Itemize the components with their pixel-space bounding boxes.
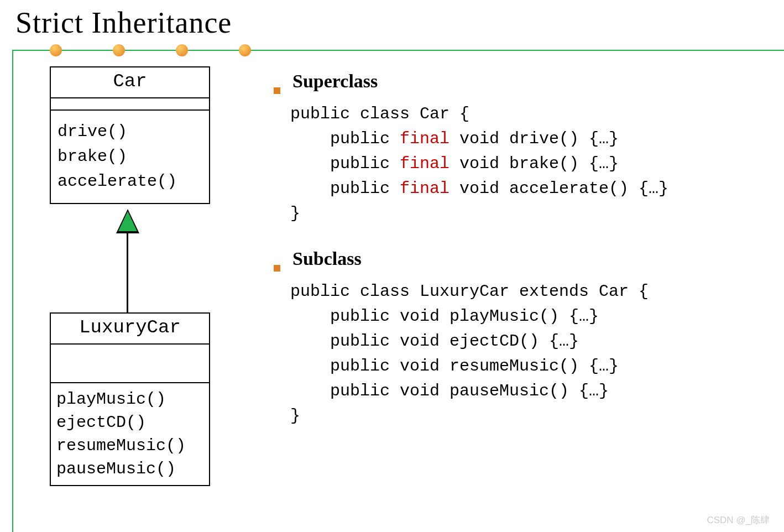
code-line: public void ejectCD() {…} xyxy=(290,332,579,351)
heading-subclass: Subclass xyxy=(292,248,362,269)
decor-dot-icon xyxy=(176,44,188,56)
uml-method: playMusic() xyxy=(56,388,203,411)
code-line: public class Car { xyxy=(290,105,469,123)
code-text: void accelerate() {…} xyxy=(450,179,668,198)
uml-method: pauseMusic() xyxy=(56,457,203,481)
decor-vertical-line xyxy=(12,50,13,532)
code-text: public xyxy=(290,154,400,173)
code-text: public xyxy=(290,179,400,198)
code-line: } xyxy=(290,204,300,223)
decor-horizontal-line xyxy=(12,50,784,51)
watermark: CSDN @_陈肆 xyxy=(707,514,770,526)
decor-dot-icon xyxy=(50,44,62,56)
uml-class-car: Car drive() brake() accelerate() xyxy=(50,66,210,204)
code-line: public void playMusic() {…} xyxy=(290,307,599,326)
uml-class-luxurycar: LuxuryCar playMusic() ejectCD() resumeMu… xyxy=(50,312,210,486)
decor-dot-icon xyxy=(239,44,251,56)
uml-method: ejectCD() xyxy=(56,411,203,434)
uml-attributes-empty xyxy=(51,98,209,111)
keyword-final: final xyxy=(400,154,450,173)
bullet-subclass: Subclass xyxy=(274,248,767,269)
arrow-line xyxy=(127,231,128,314)
uml-method: drive() xyxy=(58,119,202,144)
bullet-superclass: Superclass xyxy=(274,71,767,92)
uml-method: accelerate() xyxy=(58,169,202,194)
uml-class-name: Car xyxy=(51,67,209,98)
uml-method: resumeMusic() xyxy=(56,434,203,457)
code-line: } xyxy=(290,406,300,425)
code-text: public xyxy=(290,129,400,148)
slide-title: Strict Inheritance xyxy=(0,0,784,40)
inheritance-arrow xyxy=(116,209,138,314)
code-block-superclass: public class Car { public final void dri… xyxy=(290,102,767,226)
heading-superclass: Superclass xyxy=(292,71,378,92)
code-line: public void resumeMusic() {…} xyxy=(290,357,619,375)
keyword-final: final xyxy=(400,179,450,198)
uml-attributes-empty xyxy=(51,345,209,383)
code-block-subclass: public class LuxuryCar extends Car { pub… xyxy=(290,279,767,429)
code-line: public class LuxuryCar extends Car { xyxy=(290,282,649,301)
code-text: void drive() {…} xyxy=(450,129,619,148)
bullet-square-icon xyxy=(274,87,280,94)
code-line: public void pauseMusic() {…} xyxy=(290,382,609,400)
uml-diagram: Car drive() brake() accelerate() LuxuryC… xyxy=(50,66,216,509)
uml-methods: drive() brake() accelerate() xyxy=(51,111,209,203)
uml-methods: playMusic() ejectCD() resumeMusic() paus… xyxy=(51,383,209,485)
uml-class-name: LuxuryCar xyxy=(51,314,209,345)
keyword-final: final xyxy=(400,129,450,148)
code-text: void brake() {…} xyxy=(450,154,619,173)
decor-dot-icon xyxy=(113,44,125,56)
bullet-square-icon xyxy=(274,265,280,272)
triangle-arrowhead-icon xyxy=(116,209,139,233)
uml-method: brake() xyxy=(58,144,202,169)
content-area: Superclass public class Car { public fin… xyxy=(274,71,767,451)
